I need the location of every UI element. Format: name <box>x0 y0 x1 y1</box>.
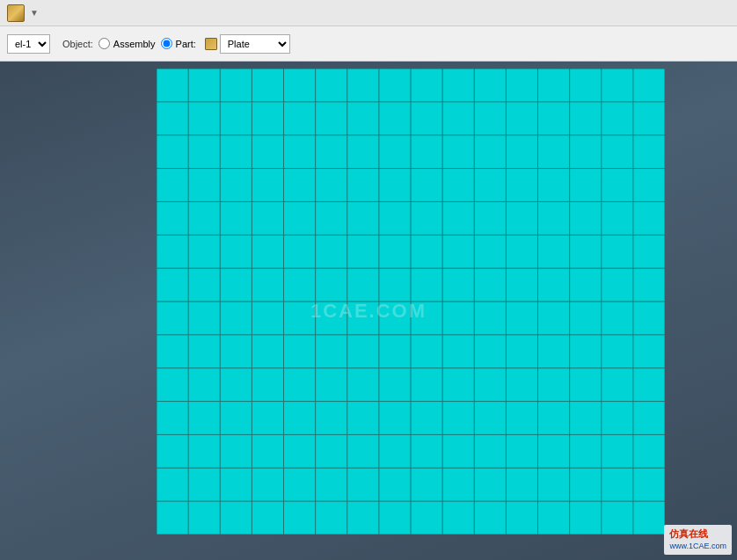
toolbar-top: ▼ <box>0 0 737 26</box>
assembly-radio-group: Assembly <box>99 38 156 49</box>
toolbar-icon[interactable] <box>5 3 26 24</box>
part-dropdown[interactable]: Plate <box>220 34 290 54</box>
logo-badge: 仿真在线 www.1CAE.com <box>664 525 732 555</box>
toolbar-bottom: el-1 Object: Assembly Part: Plate <box>0 26 737 61</box>
mesh-container <box>157 69 665 535</box>
3d-box-icon <box>7 4 25 22</box>
assembly-radio[interactable] <box>99 38 110 49</box>
logo-line2: www.1CAE.com <box>669 541 726 552</box>
part-radio-group: Part: <box>161 38 196 49</box>
mesh-svg <box>157 69 665 535</box>
assembly-label[interactable]: Assembly <box>113 39 156 49</box>
main-canvas: 1CAE.COM 仿真在线 www.1CAE.com <box>0 62 737 560</box>
toolbar: ▼ el-1 Object: Assembly Part: Plate <box>0 0 737 62</box>
part-selector-wrapper: Plate <box>205 34 290 54</box>
toolbar-top-label: ▼ <box>30 8 39 18</box>
part-radio[interactable] <box>161 38 172 49</box>
logo-line1: 仿真在线 <box>669 527 726 541</box>
part-icon <box>205 38 217 50</box>
mesh-grid <box>157 69 665 535</box>
object-label: Object: <box>62 39 93 49</box>
model-dropdown[interactable]: el-1 <box>7 34 50 54</box>
part-label[interactable]: Part: <box>176 39 196 49</box>
